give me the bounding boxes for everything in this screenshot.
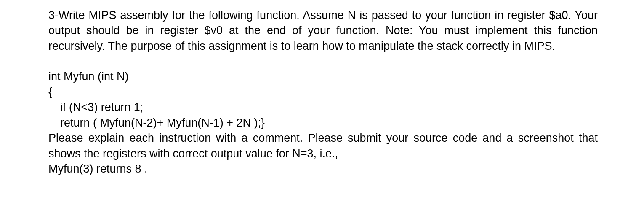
code-line-signature: int Myfun (int N) <box>48 69 598 84</box>
code-block: int Myfun (int N) { if (N<3) return 1; r… <box>48 69 598 130</box>
question-outro-line1: Please explain each instruction with a c… <box>48 130 598 161</box>
code-line-return: return ( Myfun(N-2)+ Myfun(N-1) + 2N );} <box>48 115 598 130</box>
code-line-brace-open: { <box>48 84 598 100</box>
code-line-if: if (N<3) return 1; <box>48 100 598 115</box>
question-outro-line2: Myfun(3) returns 8 . <box>48 161 598 176</box>
question-intro: 3-Write MIPS assembly for the following … <box>48 8 598 54</box>
